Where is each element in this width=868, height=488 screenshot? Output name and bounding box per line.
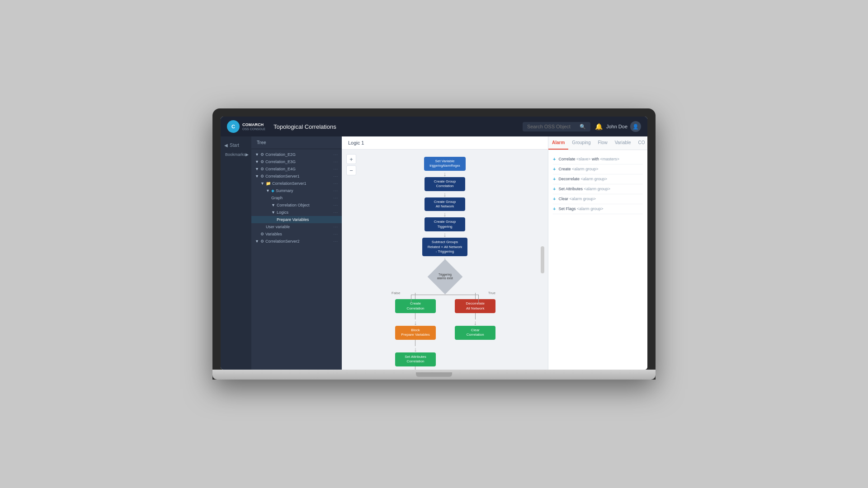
scroll-slider[interactable]	[541, 246, 544, 273]
node-set-variable[interactable]: Set VariabletriggeringAlarmRegex	[424, 157, 466, 171]
connector	[415, 293, 415, 299]
connector	[475, 293, 476, 299]
branch-row: CreateCorrelation ↓ BlockPrepare Variabl…	[394, 293, 495, 370]
diamond-label: Triggeringalarms exist	[437, 273, 453, 281]
more-icon[interactable]: ···	[333, 203, 338, 207]
plus-icon: +	[553, 197, 556, 202]
tree-item-label: User variable	[266, 225, 290, 229]
tree-item-label: Correlation Object	[277, 203, 310, 207]
zoom-out-button[interactable]: −	[346, 165, 356, 175]
settings-icon: ⚙	[260, 232, 264, 236]
tree-item[interactable]: ▼ ⚙ CorrelationServer2 ···	[251, 238, 342, 245]
more-icon[interactable]: ···	[333, 160, 338, 164]
node-create-group-all[interactable]: Create GroupAll Network	[425, 197, 465, 211]
node-create-group-triggering[interactable]: Create GroupTiggering	[425, 217, 465, 231]
decision-node: Triggeringalarms exist	[433, 264, 458, 289]
node-create-correlation[interactable]: CreateCorrelation	[395, 299, 436, 313]
start-label: Start	[230, 143, 239, 148]
arrow-icon: ↓	[443, 171, 447, 177]
more-icon[interactable]: ···	[333, 210, 338, 215]
settings-icon: ⚙	[260, 239, 264, 244]
more-icon[interactable]: ···	[333, 167, 338, 171]
tab-alarm[interactable]: Alarm	[548, 136, 568, 150]
tree-item[interactable]: User variable ···	[251, 223, 342, 230]
search-bar[interactable]: 🔍	[523, 122, 590, 131]
more-icon[interactable]: ···	[333, 239, 338, 244]
notification-icon[interactable]: 🔔	[595, 123, 603, 130]
connector	[475, 313, 476, 319]
flow-node-subtract: Subtract GroupsRelated = All Network- Tr…	[422, 238, 468, 256]
action-label: Decorrelate <alarm group>	[558, 177, 607, 181]
node-clear-correlation[interactable]: ClearCorrelation	[455, 326, 495, 340]
action-item-set-attributes[interactable]: + Set Attributes <alarm group>	[553, 184, 643, 194]
expand-icon: ▼	[255, 167, 259, 171]
action-item-decorrelate[interactable]: + Decorrelate <alarm group>	[553, 174, 643, 184]
tree-item-label: Correlation_E3G	[265, 160, 296, 164]
logo-title: COMARCH	[242, 122, 265, 127]
tree-item-label: CorrelationServer1	[272, 181, 307, 186]
tree-item[interactable]: ▼ ⚙ Correlation_E4G ···	[251, 165, 342, 173]
laptop-base	[212, 370, 656, 380]
expand-icon: ▼	[255, 174, 259, 178]
tree-item[interactable]: ▼ ◆ Summary ···	[251, 187, 342, 194]
node-subtract[interactable]: Subtract GroupsRelated = All Network- Tr…	[422, 238, 468, 256]
tree-item[interactable]: ▼ Logics ···	[251, 209, 342, 216]
tree-item[interactable]: ▼ ⚙ Correlation_E3G ···	[251, 158, 342, 165]
v-connector-right	[478, 295, 479, 303]
user-avatar[interactable]: 👤	[630, 121, 641, 132]
tree-item-label: Summary	[276, 188, 293, 193]
arrow-icon: ↓	[414, 346, 417, 352]
node-decorrelate[interactable]: DecorrelateAll Network	[455, 299, 495, 313]
more-icon[interactable]: ···	[333, 152, 338, 157]
tree-item[interactable]: ▼ 📁 CorrelationServer1 ···	[251, 180, 342, 187]
tree-item[interactable]: ▼ Correlation Object ···	[251, 202, 342, 209]
action-item-set-flags[interactable]: + Set Flags <alarm group>	[553, 204, 643, 214]
plus-icon: +	[553, 157, 556, 162]
tree-item[interactable]: ▼ ⚙ CorrelationServer1 ···	[251, 173, 342, 180]
tab-variable[interactable]: Variable	[611, 136, 635, 150]
sidebar-start[interactable]: ◀ Start	[221, 141, 251, 150]
node-block-prepare[interactable]: BlockPrepare Variables	[395, 326, 436, 340]
app-header: C COMARCH OSS CONSOLE Topological Correl…	[221, 117, 647, 136]
logo-text-block: COMARCH OSS CONSOLE	[242, 122, 265, 131]
sidebar-item-bookmarks[interactable]: Bookmarks ▶	[221, 150, 251, 160]
node-set-attributes[interactable]: Set AttributesCorrelation	[395, 352, 436, 366]
tree-item[interactable]: ▼ ⚙ Correlation_E2G ···	[251, 151, 342, 158]
tab-co[interactable]: CO	[635, 136, 647, 150]
more-icon[interactable]: ···	[333, 188, 338, 193]
more-icon[interactable]: ···	[333, 196, 338, 200]
more-icon[interactable]: ···	[333, 181, 338, 186]
right-content: + Correlate <slave> with <masters> + Cre…	[548, 150, 647, 370]
plus-icon: +	[553, 167, 556, 172]
arrow-icon: ↓	[474, 319, 477, 326]
screen: C COMARCH OSS CONSOLE Topological Correl…	[221, 117, 647, 370]
application: C COMARCH OSS CONSOLE Topological Correl…	[221, 117, 647, 370]
tree-item-selected[interactable]: Prepare Variables	[251, 216, 342, 223]
canvas-body[interactable]: + − Set VariabletriggeringAlarmRegex	[342, 150, 548, 370]
more-icon[interactable]: ···	[333, 225, 338, 229]
connector	[415, 313, 415, 319]
expand-icon: ▼	[271, 203, 275, 207]
settings-icon: ⚙	[260, 152, 264, 157]
action-item-correlate[interactable]: + Correlate <slave> with <masters>	[553, 155, 643, 164]
more-icon[interactable]: ···	[333, 232, 338, 236]
more-icon[interactable]: ···	[333, 174, 338, 178]
action-item-create[interactable]: + Create <alarm group>	[553, 164, 643, 174]
node-create-group-corr[interactable]: Create GroupCorrelation	[425, 177, 465, 191]
tab-flow[interactable]: Flow	[594, 136, 611, 150]
action-item-clear[interactable]: + Clear <alarm group>	[553, 194, 643, 204]
tab-grouping[interactable]: Grouping	[568, 136, 594, 150]
expand-icon: ▼	[255, 239, 259, 244]
tree-item-label: Logics	[277, 210, 288, 215]
search-input[interactable]	[527, 124, 577, 129]
connector	[415, 366, 415, 370]
arrow-icon: ↓	[443, 231, 447, 238]
canvas-area: Logic 1 + −	[342, 136, 548, 370]
true-branch: DecorrelateAll Network ↓ ClearCorrelatio…	[455, 293, 495, 340]
diamond-shape: Triggeringalarms exist	[427, 259, 462, 295]
tree-item[interactable]: ⚙ Variables ···	[251, 230, 342, 238]
tree-item[interactable]: Graph ···	[251, 194, 342, 202]
zoom-in-button[interactable]: +	[346, 154, 356, 164]
arrow-icon: ↓	[414, 319, 417, 326]
flow-node-set-variable: Set VariabletriggeringAlarmRegex	[424, 157, 466, 171]
